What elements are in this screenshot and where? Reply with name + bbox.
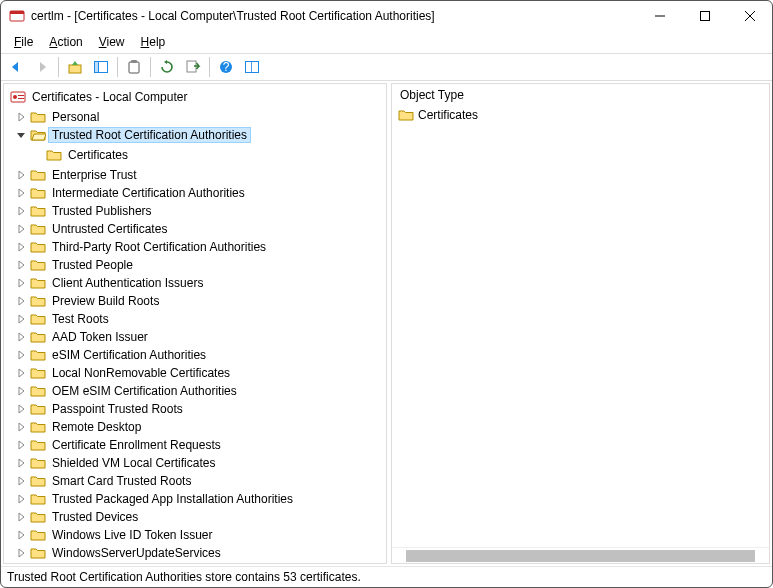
list-item[interactable]: Certificates [392, 106, 769, 124]
window-title: certlm - [Certificates - Local Computer\… [31, 9, 637, 23]
paste-button[interactable] [122, 55, 146, 79]
tree-expander[interactable] [14, 474, 28, 488]
help-button[interactable]: ? [214, 55, 238, 79]
tree-expander[interactable] [14, 276, 28, 290]
tree-node-label: Trusted Packaged App Installation Author… [49, 492, 296, 506]
folder-icon [30, 293, 46, 309]
tree-node[interactable]: Client Authentication Issuers [8, 274, 386, 292]
folder-icon [30, 127, 46, 143]
folder-icon [30, 473, 46, 489]
tree-node[interactable]: Shielded VM Local Certificates [8, 454, 386, 472]
folder-icon [30, 527, 46, 543]
tree-node[interactable]: Trusted Devices [8, 508, 386, 526]
column-header-object-type[interactable]: Object Type [392, 84, 769, 106]
minimize-button[interactable] [637, 1, 682, 31]
menubar: File Action View Help [1, 31, 772, 53]
export-list-button[interactable] [181, 55, 205, 79]
tree-node[interactable]: Certificate Enrollment Requests [8, 436, 386, 454]
maximize-button[interactable] [682, 1, 727, 31]
tree-node[interactable]: Trusted Packaged App Installation Author… [8, 490, 386, 508]
folder-icon [46, 147, 62, 163]
tree-expander[interactable] [14, 528, 28, 542]
tree-node[interactable]: Untrusted Certificates [8, 220, 386, 238]
tree-expander[interactable] [14, 168, 28, 182]
tree-expander[interactable] [14, 492, 28, 506]
toolbar-separator [209, 57, 210, 77]
tree-node-label: Preview Build Roots [49, 294, 162, 308]
result-pane[interactable]: Object Type Certificates [391, 83, 770, 564]
tree-node[interactable]: Smart Card Trusted Roots [8, 472, 386, 490]
forward-button[interactable] [30, 55, 54, 79]
tree-expander[interactable] [14, 128, 28, 142]
tree-expander[interactable] [14, 330, 28, 344]
folder-icon [30, 401, 46, 417]
folder-icon [30, 203, 46, 219]
menu-help[interactable]: Help [134, 33, 173, 51]
tree-expander[interactable] [14, 546, 28, 560]
find-certificates-button[interactable] [240, 55, 264, 79]
tree-node[interactable]: Preview Build Roots [8, 292, 386, 310]
refresh-button[interactable] [155, 55, 179, 79]
back-button[interactable] [4, 55, 28, 79]
tree-node-label: Windows Live ID Token Issuer [49, 528, 216, 542]
folder-icon [30, 509, 46, 525]
tree-node[interactable]: WindowsServerUpdateServices [8, 544, 386, 562]
tree-expander[interactable] [14, 384, 28, 398]
toolbar: ? [1, 53, 772, 81]
tree-expander[interactable] [14, 186, 28, 200]
tree-expander[interactable] [14, 366, 28, 380]
tree-expander[interactable] [14, 258, 28, 272]
tree-node[interactable]: Intermediate Certification Authorities [8, 184, 386, 202]
folder-icon [30, 545, 46, 561]
tree-node[interactable]: eSIM Certification Authorities [8, 346, 386, 364]
tree-node[interactable]: Trusted Root Certification Authorities [8, 126, 386, 144]
menu-file[interactable]: File [7, 33, 40, 51]
tree-expander[interactable] [14, 420, 28, 434]
tree-node[interactable]: Windows Live ID Token Issuer [8, 526, 386, 544]
tree-node[interactable]: Enterprise Trust [8, 166, 386, 184]
close-button[interactable] [727, 1, 772, 31]
menu-action[interactable]: Action [42, 33, 89, 51]
tree-expander[interactable] [14, 456, 28, 470]
list-item-label: Certificates [418, 108, 478, 122]
tree-node-label: eSIM Certification Authorities [49, 348, 209, 362]
tree-node-label: Remote Desktop [49, 420, 144, 434]
toolbar-separator [58, 57, 59, 77]
tree-node[interactable]: Passpoint Trusted Roots [8, 400, 386, 418]
statusbar: Trusted Root Certification Authorities s… [1, 566, 772, 587]
tree-expander[interactable] [14, 312, 28, 326]
console-tree[interactable]: Certificates - Local ComputerPersonalTru… [3, 83, 387, 564]
tree-expander[interactable] [14, 222, 28, 236]
tree-node[interactable]: Personal [8, 108, 386, 126]
tree-node[interactable]: Trusted Publishers [8, 202, 386, 220]
tree-expander[interactable] [14, 294, 28, 308]
tree-node[interactable]: Third-Party Root Certification Authoriti… [8, 238, 386, 256]
tree-node[interactable]: Remote Desktop [8, 418, 386, 436]
tree-node-label: AAD Token Issuer [49, 330, 151, 344]
titlebar[interactable]: certlm - [Certificates - Local Computer\… [1, 1, 772, 31]
tree-node[interactable]: Trusted People [8, 256, 386, 274]
tree-node-label: Test Roots [49, 312, 112, 326]
tree-expander[interactable] [14, 240, 28, 254]
horizontal-scrollbar[interactable] [392, 547, 769, 563]
tree-root-node[interactable]: Certificates - Local Computer [8, 88, 386, 106]
tree-node[interactable]: OEM eSIM Certification Authorities [8, 382, 386, 400]
tree-expander[interactable] [14, 348, 28, 362]
folder-icon [30, 365, 46, 381]
tree-expander[interactable] [14, 510, 28, 524]
tree-node[interactable]: Certificates [8, 146, 386, 164]
folder-icon [398, 107, 414, 123]
tree-node[interactable]: Local NonRemovable Certificates [8, 364, 386, 382]
tree-node[interactable]: Test Roots [8, 310, 386, 328]
folder-icon [30, 239, 46, 255]
menu-view[interactable]: View [92, 33, 132, 51]
show-hide-tree-button[interactable] [89, 55, 113, 79]
up-button[interactable] [63, 55, 87, 79]
tree-expander[interactable] [14, 110, 28, 124]
tree-node-label: Certificates [65, 148, 131, 162]
tree-expander[interactable] [14, 204, 28, 218]
tree-node[interactable]: AAD Token Issuer [8, 328, 386, 346]
tree-expander[interactable] [14, 438, 28, 452]
tree-expander[interactable] [14, 402, 28, 416]
svg-rect-19 [18, 98, 24, 99]
